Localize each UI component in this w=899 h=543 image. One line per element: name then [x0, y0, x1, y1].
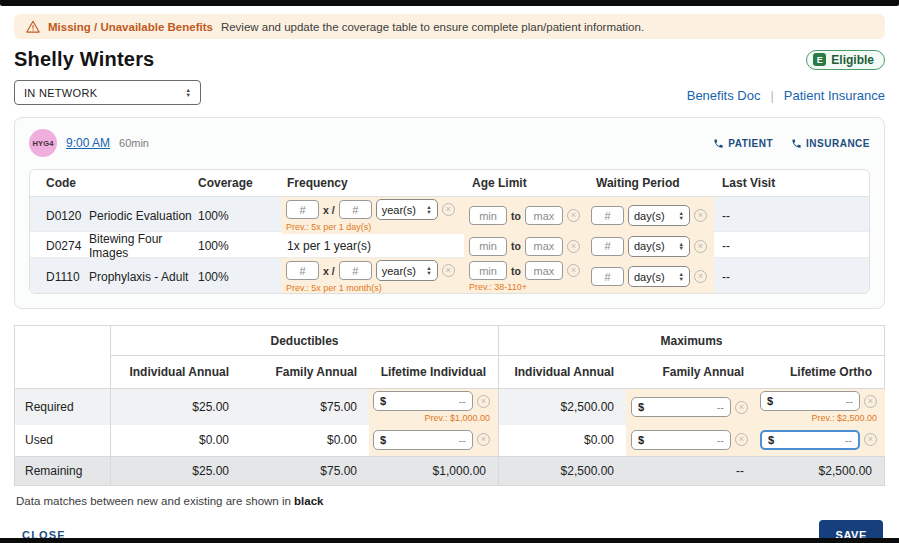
- last-visit-value: --: [714, 197, 869, 234]
- clear-amount-icon[interactable]: [864, 395, 877, 408]
- group-header-maximums: Maximums: [498, 326, 884, 355]
- phone-icon: [713, 138, 724, 149]
- frequency-count-input[interactable]: [286, 200, 319, 219]
- clear-amount-icon[interactable]: [477, 395, 490, 408]
- frequency-unit-select[interactable]: year(s): [376, 260, 438, 281]
- waiting-unit-select[interactable]: day(s): [628, 205, 690, 226]
- frequency-interval-input[interactable]: [339, 261, 372, 280]
- benefits-table-header: Deductibles Maximums Individual Annual F…: [15, 326, 884, 388]
- max-family-cell: $: [626, 389, 756, 425]
- header-corner-cell: [15, 326, 111, 388]
- coverage-table: Code Coverage Frequency Age Limit Waitin…: [29, 169, 870, 294]
- benefits-row-remaining: Remaining $25.00 $75.00 $1,000.00 $2,500…: [15, 456, 884, 485]
- max-family-input[interactable]: $: [631, 397, 731, 417]
- deduct-lifetime-cell: $: [369, 423, 498, 456]
- select-chevrons-icon: [186, 88, 191, 97]
- clear-age-limit-icon[interactable]: [567, 209, 580, 222]
- frequency-unit-select[interactable]: year(s): [376, 199, 438, 220]
- clear-waiting-period-icon[interactable]: [694, 209, 707, 222]
- age-min-input[interactable]: [469, 237, 507, 256]
- coverage-percent: 100%: [196, 232, 281, 260]
- clear-frequency-icon[interactable]: [442, 203, 455, 216]
- deduct-lifetime-input[interactable]: $: [373, 430, 473, 450]
- clear-frequency-icon[interactable]: [442, 264, 455, 277]
- col-header-description: [89, 170, 196, 196]
- deduct-family-value: $75.00: [241, 389, 369, 425]
- max-family-cell: $: [626, 423, 756, 456]
- waiting-unit-select[interactable]: day(s): [628, 236, 690, 257]
- clear-age-limit-icon[interactable]: [567, 264, 580, 277]
- max-lifetime-cell: $: [756, 423, 885, 456]
- call-patient-button[interactable]: PATIENT: [713, 138, 773, 149]
- col-header-deduct-individual: Individual Annual: [111, 356, 241, 388]
- network-select-value: IN NETWORK: [24, 87, 97, 99]
- benefits-row-used: Used $0.00 $0.00 $ $0.00 $: [15, 422, 884, 456]
- appointment-duration: 60min: [119, 137, 149, 149]
- age-limit-cell: to: [464, 197, 586, 234]
- max-lifetime-input-focused[interactable]: $: [760, 430, 860, 450]
- clear-amount-icon[interactable]: [735, 401, 748, 414]
- window-bottom-edge: [0, 538, 899, 543]
- clear-amount-icon[interactable]: [864, 433, 877, 446]
- waiting-period-input[interactable]: [591, 237, 624, 256]
- page-title: Shelly Winters: [14, 48, 154, 71]
- select-chevrons-icon: [679, 242, 684, 251]
- select-chevrons-icon: [426, 205, 431, 214]
- clear-amount-icon[interactable]: [477, 433, 490, 446]
- frequency-prev-note: Prev.: 5x per 1 month(s): [286, 283, 382, 293]
- frequency-prev-note: Prev.: 5x per 1 day(s): [286, 222, 371, 232]
- col-header-max-family: Family Annual: [626, 356, 756, 388]
- procedure-description: Bitewing Four Images: [89, 232, 196, 260]
- age-max-input[interactable]: [525, 237, 563, 256]
- clear-age-limit-icon[interactable]: [567, 240, 580, 253]
- patient-insurance-link[interactable]: Patient Insurance: [784, 88, 885, 103]
- col-header-max-lifetime: Lifetime Ortho: [756, 356, 884, 388]
- deduct-lifetime-input[interactable]: $: [373, 391, 473, 411]
- procedure-code: D0274: [30, 232, 89, 260]
- max-lifetime-input[interactable]: $: [760, 391, 860, 411]
- call-insurance-button[interactable]: INSURANCE: [791, 138, 870, 149]
- call-insurance-label: INSURANCE: [806, 138, 870, 149]
- benefits-table: Deductibles Maximums Individual Annual F…: [14, 325, 885, 486]
- max-individual-value: $0.00: [498, 423, 626, 456]
- waiting-period-input[interactable]: [591, 267, 624, 286]
- call-patient-label: PATIENT: [728, 138, 773, 149]
- appointment-time-link[interactable]: 9:00 AM: [66, 136, 110, 150]
- frequency-count-input[interactable]: [286, 261, 319, 280]
- clear-waiting-period-icon[interactable]: [694, 270, 707, 283]
- clear-waiting-period-icon[interactable]: [694, 240, 707, 253]
- age-min-input[interactable]: [469, 206, 507, 225]
- col-header-last-visit: Last Visit: [714, 170, 869, 196]
- benefits-modal: Missing / Unavailable Benefits Review an…: [0, 0, 899, 543]
- waiting-unit-select[interactable]: day(s): [628, 266, 690, 287]
- clear-amount-icon[interactable]: [735, 433, 748, 446]
- coverage-row-d1110: D1110 Prophylaxis - Adult 100% x / year(…: [30, 258, 869, 293]
- age-to-label: to: [511, 210, 521, 222]
- waiting-period-input[interactable]: [591, 206, 624, 225]
- age-to-label: to: [511, 240, 521, 252]
- link-separator: |: [770, 88, 773, 103]
- select-chevrons-icon: [679, 272, 684, 281]
- benefits-doc-link[interactable]: Benefits Doc: [687, 88, 761, 103]
- coverage-percent: 100%: [196, 258, 281, 294]
- frequency-interval-input[interactable]: [339, 200, 372, 219]
- frequency-cell: x / year(s) Prev.: 5x per 1 month(s): [281, 258, 464, 294]
- age-max-input[interactable]: [525, 261, 563, 280]
- banner-message: Review and update the coverage table to …: [221, 21, 644, 33]
- max-family-input[interactable]: $: [631, 430, 731, 450]
- frequency-text: 1x per 1 year(s): [281, 232, 464, 260]
- procedure-description: Prophylaxis - Adult: [89, 258, 196, 294]
- procedure-code: D1110: [30, 258, 89, 294]
- col-header-coverage: Coverage: [196, 170, 281, 196]
- age-min-input[interactable]: [469, 261, 507, 280]
- appointment-card: HYG4 9:00 AM 60min PATIENT INSURANCE Cod…: [14, 117, 885, 309]
- last-visit-value: --: [714, 232, 869, 260]
- banner-title: Missing / Unavailable Benefits: [48, 21, 213, 33]
- row-label: Required: [15, 389, 111, 425]
- phone-icon: [791, 138, 802, 149]
- eligible-label: Eligible: [831, 53, 874, 67]
- network-select[interactable]: IN NETWORK: [14, 80, 201, 105]
- age-limit-cell: to Prev.: 38-110+: [464, 258, 586, 294]
- age-max-input[interactable]: [525, 206, 563, 225]
- select-chevrons-icon: [426, 266, 431, 275]
